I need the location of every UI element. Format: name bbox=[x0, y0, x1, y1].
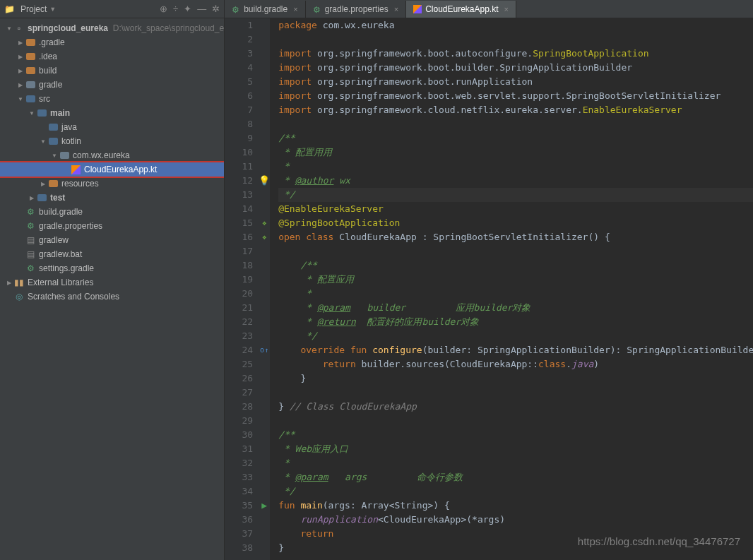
tree-node-src[interactable]: src bbox=[0, 92, 224, 106]
gutter-icon[interactable]: 💡 bbox=[259, 174, 270, 188]
project-tree[interactable]: ▫ springcloud_eureka D:\work_space\sprin… bbox=[0, 18, 224, 304]
tree-label: src bbox=[39, 94, 50, 104]
code-line[interactable]: * bbox=[278, 160, 753, 174]
code-line[interactable]: */ bbox=[278, 329, 753, 343]
code-line[interactable]: * @return 配置好的应用builder对象 bbox=[278, 315, 753, 329]
code-line[interactable]: * 配置应用 bbox=[278, 273, 753, 287]
code-line[interactable] bbox=[278, 244, 753, 258]
tree-node-com-wx-eureka[interactable]: com.wx.eureka bbox=[0, 148, 224, 162]
code-line[interactable]: } bbox=[278, 371, 753, 386]
code-line[interactable]: package com.wx.eureka bbox=[278, 18, 753, 32]
tree-node-external-libraries[interactable]: ▮▮External Libraries bbox=[0, 275, 224, 290]
tab-label: CloudEurekaApp.kt bbox=[425, 4, 498, 14]
toolbar-icon-0[interactable]: ⊕ bbox=[160, 4, 167, 14]
close-icon[interactable]: × bbox=[293, 5, 297, 13]
expand-icon[interactable] bbox=[17, 39, 24, 46]
code-line[interactable]: */ bbox=[278, 188, 753, 202]
gutter-icon[interactable]: ▶ bbox=[259, 499, 270, 513]
code-line[interactable]: @SpringBootApplication bbox=[278, 216, 753, 230]
tree-node-build-gradle[interactable]: ⚙build.gradle bbox=[0, 205, 224, 219]
code-line[interactable]: runApplication<CloudEurekaApp>(*args) bbox=[278, 513, 753, 527]
expand-icon[interactable] bbox=[6, 279, 13, 286]
code-line[interactable]: */ bbox=[278, 484, 753, 499]
tree-node-kotlin[interactable]: kotlin bbox=[0, 134, 224, 148]
tree-node--idea[interactable]: .idea bbox=[0, 49, 224, 64]
expand-icon[interactable] bbox=[17, 53, 24, 60]
line-number: 24 bbox=[225, 343, 253, 357]
expand-icon[interactable] bbox=[17, 67, 24, 74]
tree-node-java[interactable]: java bbox=[0, 120, 224, 134]
expand-icon[interactable] bbox=[51, 152, 58, 159]
code-line[interactable]: * bbox=[278, 456, 753, 470]
code-line[interactable] bbox=[278, 32, 753, 47]
tree-node-gradle-properties[interactable]: ⚙gradle.properties bbox=[0, 219, 224, 233]
tree-node-settings-gradle[interactable]: ⚙settings.gradle bbox=[0, 261, 224, 275]
code-line[interactable]: * @param args 命令行参数 bbox=[278, 470, 753, 484]
code-line[interactable]: open class CloudEurekaApp : SpringBootSe… bbox=[278, 230, 753, 244]
tree-root-node[interactable]: ▫ springcloud_eureka D:\work_space\sprin… bbox=[0, 21, 224, 35]
code-line[interactable]: import org.springframework.boot.autoconf… bbox=[278, 47, 753, 61]
tree-node-test[interactable]: test bbox=[0, 191, 224, 205]
tree-node-scratches-and-consoles[interactable]: ◎Scratches and Consoles bbox=[0, 290, 224, 304]
code-line[interactable]: * @author wx bbox=[278, 174, 753, 188]
code-line[interactable]: } // Class CloudEurekaApp bbox=[278, 400, 753, 414]
line-number: 30 bbox=[225, 428, 253, 442]
code-line[interactable]: import org.springframework.boot.builder.… bbox=[278, 61, 753, 75]
tab-gradle-properties[interactable]: ⚙gradle.properties× bbox=[306, 1, 407, 18]
close-icon[interactable]: × bbox=[504, 5, 509, 13]
code-line[interactable]: @EnableEurekaServer bbox=[278, 202, 753, 216]
toolbar-icon-2[interactable]: ✦ bbox=[184, 4, 191, 14]
expand-icon[interactable] bbox=[6, 25, 13, 32]
line-number: 23 bbox=[225, 329, 253, 343]
code-line[interactable] bbox=[278, 414, 753, 428]
expand-icon[interactable] bbox=[28, 109, 35, 117]
code-line[interactable]: override fun configure(builder: SpringAp… bbox=[278, 343, 753, 357]
line-number: 19 bbox=[225, 273, 253, 287]
code-line[interactable]: * 配置用用 bbox=[278, 145, 753, 160]
expand-icon[interactable] bbox=[40, 180, 47, 187]
close-icon[interactable]: × bbox=[394, 5, 398, 13]
code-line[interactable] bbox=[278, 386, 753, 400]
line-number: 26 bbox=[225, 371, 253, 386]
project-dropdown[interactable]: Project ▼ bbox=[20, 4, 56, 14]
code-line[interactable]: fun main(args: Array<String>) { bbox=[278, 499, 753, 513]
tree-node-gradle[interactable]: gradle bbox=[0, 78, 224, 92]
toolbar-icon-1[interactable]: ÷ bbox=[173, 4, 178, 14]
expand-icon[interactable] bbox=[28, 194, 35, 201]
gutter-icon[interactable]: o↑ bbox=[259, 343, 270, 357]
code-line[interactable]: import org.springframework.cloud.netflix… bbox=[278, 103, 753, 117]
code-line[interactable]: * bbox=[278, 287, 753, 301]
tab-build-gradle[interactable]: ⚙build.gradle× bbox=[225, 1, 305, 18]
code-line[interactable]: /** bbox=[278, 258, 753, 273]
tree-label: java bbox=[61, 122, 77, 132]
code-line[interactable]: * @param builder 应用builder对象 bbox=[278, 301, 753, 315]
toolbar-icon-3[interactable]: — bbox=[197, 4, 206, 14]
tree-node-cloudeurekaapp-kt[interactable]: CloudEurekaApp.kt bbox=[0, 162, 224, 177]
expand-icon[interactable] bbox=[40, 138, 47, 145]
line-number: 33 bbox=[225, 470, 253, 484]
code-line[interactable]: import org.springframework.boot.web.serv… bbox=[278, 89, 753, 103]
code-line[interactable]: return builder.sources(CloudEurekaApp::c… bbox=[278, 357, 753, 371]
code-line[interactable]: * Web应用入口 bbox=[278, 442, 753, 456]
gutter-icon[interactable]: ❖ bbox=[259, 230, 270, 244]
tree-node-gradlew-bat[interactable]: ▤gradlew.bat bbox=[0, 247, 224, 261]
tab-cloudeurekaapp-kt[interactable]: CloudEurekaApp.kt× bbox=[406, 1, 516, 18]
tree-node-gradlew[interactable]: ▤gradlew bbox=[0, 233, 224, 247]
code-line[interactable]: /** bbox=[278, 131, 753, 145]
line-number: 14 bbox=[225, 202, 253, 216]
gutter-icon[interactable]: ❖ bbox=[259, 216, 270, 230]
code-line[interactable]: /** bbox=[278, 428, 753, 442]
expand-icon[interactable] bbox=[17, 81, 24, 88]
orange-icon bbox=[25, 66, 35, 76]
tree-node-main[interactable]: main bbox=[0, 106, 224, 120]
tree-label: gradlew bbox=[39, 235, 69, 245]
tree-node-resources[interactable]: resources bbox=[0, 177, 224, 191]
code-line[interactable] bbox=[278, 117, 753, 131]
code-line[interactable]: import org.springframework.boot.runAppli… bbox=[278, 75, 753, 89]
tree-node-build[interactable]: build bbox=[0, 64, 224, 78]
expand-icon[interactable] bbox=[17, 95, 24, 102]
tree-node--gradle[interactable]: .gradle bbox=[0, 35, 224, 49]
code-editor[interactable]: package com.wx.eureka import org.springf… bbox=[270, 18, 753, 560]
toolbar-icon-4[interactable]: ✲ bbox=[212, 4, 220, 14]
tree-label: build.gradle bbox=[39, 207, 83, 217]
